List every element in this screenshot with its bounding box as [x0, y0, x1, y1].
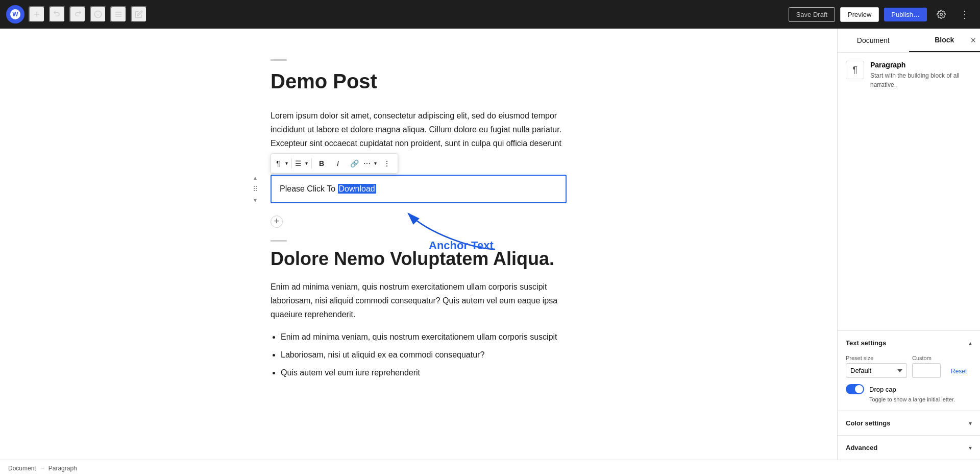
tab-block[interactable]: Block [909, 29, 981, 52]
advanced-section: Advanced ▾ [838, 435, 980, 460]
sidebar-tabs: Document Block × [838, 29, 980, 53]
block-info-text: Paragraph Start with the building block … [870, 61, 972, 89]
color-settings-header[interactable]: Color settings ▾ [846, 419, 972, 427]
add-block-button[interactable] [29, 6, 45, 22]
publish-button[interactable]: Publish… [884, 8, 927, 21]
align-button[interactable]: ☰ [294, 156, 309, 171]
drop-cap-label: Drop cap [869, 386, 896, 393]
advanced-header[interactable]: Advanced ▾ [846, 444, 972, 451]
info-button[interactable] [90, 6, 106, 22]
selected-block[interactable]: ▴ ⠿ ▾ Please Click To Download [271, 175, 567, 203]
block-type-name: Paragraph [870, 61, 972, 69]
preset-size-group: Preset size Default [846, 355, 907, 378]
main-layout: Demo Post Lorem ipsum dolor sit amet, co… [0, 29, 980, 460]
section-heading[interactable]: Dolore Nemo Voluptatem Aliqua. [271, 248, 567, 270]
editor-area[interactable]: Demo Post Lorem ipsum dolor sit amet, co… [0, 29, 837, 460]
sidebar-block-info: ¶ Paragraph Start with the building bloc… [838, 53, 980, 330]
list-view-button[interactable] [110, 6, 127, 22]
list-item-1: Enim ad minima veniam, quis nostrum exer… [281, 330, 567, 344]
block-text-prefix: Please Click To [280, 184, 338, 193]
drag-handle[interactable]: ⠿ [253, 185, 258, 193]
post-title[interactable]: Demo Post [271, 69, 567, 93]
title-divider [271, 59, 287, 61]
advanced-title: Advanced [846, 444, 877, 451]
list-item-2: Laboriosam, nisi ut aliquid ex ea commod… [281, 348, 567, 362]
preview-button[interactable]: Preview [840, 7, 879, 22]
section-paragraph[interactable]: Enim ad minima veniam, quis nostrum exer… [271, 280, 567, 322]
text-settings-title: Text settings [846, 339, 886, 347]
status-document: Document [8, 465, 36, 472]
editor-content: Demo Post Lorem ipsum dolor sit amet, co… [260, 59, 577, 379]
move-up-button[interactable]: ▴ [249, 172, 261, 184]
anchor-text-label: Anchor Text [429, 239, 494, 252]
text-settings-section: Text settings ▴ Preset size Default Cust… [838, 330, 980, 411]
color-settings-chevron-icon: ▾ [969, 420, 972, 427]
status-block: Paragraph [48, 465, 77, 472]
svg-point-8 [940, 13, 943, 16]
text-settings-chevron-icon: ▴ [969, 340, 972, 347]
drop-cap-toggle-row: Drop cap [846, 384, 972, 394]
more-options-button[interactable]: ⋮ [955, 5, 974, 23]
preset-size-select[interactable]: Default [846, 363, 907, 378]
toolbar-right: Save Draft Preview Publish… ⋮ [789, 5, 974, 23]
custom-size-group: Custom [912, 355, 941, 378]
redo-button[interactable] [69, 6, 86, 22]
bullet-list: Enim ad minima veniam, quis nostrum exer… [271, 330, 567, 380]
post-title-area: Demo Post [271, 59, 567, 93]
text-settings-header[interactable]: Text settings ▴ [846, 339, 972, 347]
bold-button[interactable]: B [314, 156, 329, 171]
settings-button[interactable] [932, 5, 950, 23]
link-button[interactable]: 🔗 [347, 156, 362, 171]
toolbar-sep-2 [311, 158, 312, 169]
save-draft-button[interactable]: Save Draft [789, 7, 835, 22]
selected-block-text: Please Click To Download [280, 184, 376, 194]
block-type-desc: Start with the building block of all nar… [870, 71, 972, 89]
selected-word-highlight: Download [338, 184, 376, 194]
wp-logo-inner [10, 9, 20, 19]
custom-size-label: Custom [912, 355, 941, 361]
options-button[interactable]: ⋮ [379, 156, 395, 171]
advanced-chevron-icon: ▾ [969, 444, 972, 451]
reset-button[interactable]: Reset [946, 365, 972, 378]
block-controls: ▴ ⠿ ▾ [249, 172, 261, 206]
sidebar-close-button[interactable]: × [970, 35, 976, 46]
selected-block-wrapper: ¶ ☰ B I 🔗 ⋯ ⋮ ▴ ⠿ [271, 175, 567, 203]
block-info: ¶ Paragraph Start with the building bloc… [846, 61, 972, 89]
main-toolbar: Save Draft Preview Publish… ⋮ [0, 0, 980, 29]
toolbar-left [6, 5, 147, 23]
italic-button[interactable]: I [330, 156, 346, 171]
tools-button[interactable] [131, 6, 147, 22]
color-settings-title: Color settings [846, 419, 890, 427]
list-item-3: Quis autem vel eum iure reprehenderit [281, 366, 567, 379]
drop-cap-description: Toggle to show a large initial letter. [869, 396, 972, 402]
undo-button[interactable] [49, 6, 65, 22]
block-toolbar: ¶ ☰ B I 🔗 ⋯ ⋮ [271, 153, 398, 174]
status-bar: Document → Paragraph [0, 460, 980, 476]
paragraph-type-button[interactable]: ¶ [274, 156, 289, 171]
section-divider [271, 240, 287, 242]
move-down-button[interactable]: ▾ [249, 194, 261, 206]
right-sidebar: Document Block × ¶ Paragraph Start with … [837, 29, 980, 460]
toggle-knob [855, 385, 863, 393]
more-rich-text-button[interactable]: ⋯ [363, 156, 378, 171]
block-annotation-area: ¶ ☰ B I 🔗 ⋯ ⋮ ▴ ⠿ [271, 175, 567, 228]
drop-cap-toggle[interactable] [846, 384, 864, 394]
wordpress-logo[interactable] [6, 5, 24, 23]
toolbar-sep-1 [291, 158, 292, 169]
font-size-row: Preset size Default Custom Reset [846, 355, 972, 378]
add-block-inline-button[interactable]: + [271, 216, 283, 228]
tab-document[interactable]: Document [838, 29, 909, 52]
paragraph-block-icon: ¶ [846, 61, 864, 79]
color-settings-section: Color settings ▾ [838, 411, 980, 435]
preset-size-label: Preset size [846, 355, 907, 361]
custom-size-input[interactable] [912, 363, 941, 378]
status-separator: → [39, 465, 45, 472]
